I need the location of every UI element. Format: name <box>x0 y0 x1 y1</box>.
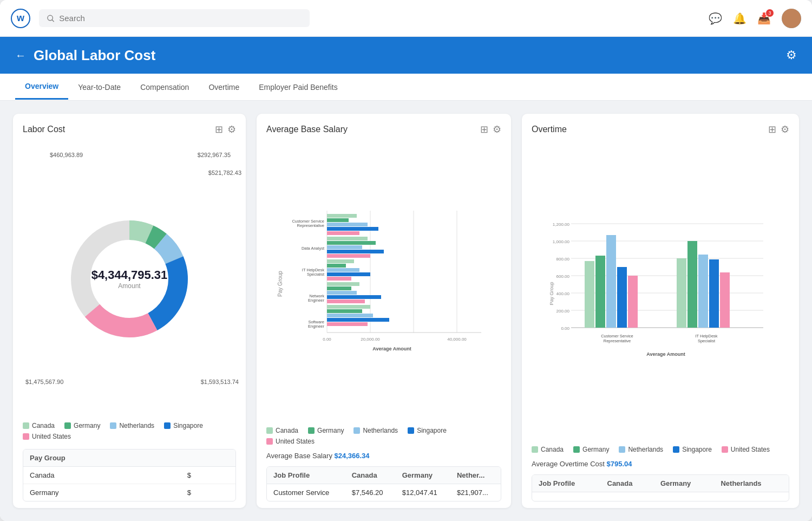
table-cell-canada[interactable]: Canada <box>23 467 181 484</box>
settings-icon-card2[interactable]: ⚙ <box>493 123 501 135</box>
chat-icon[interactable]: 💬 <box>709 12 722 25</box>
legend-us-3: United States <box>722 446 770 453</box>
donut-label: Amount <box>91 282 168 290</box>
svg-line-1 <box>52 19 54 21</box>
table-row: Canada $ <box>23 467 235 484</box>
settings-icon[interactable]: ⚙ <box>786 48 797 62</box>
svg-rect-38 <box>327 268 359 272</box>
settings-icon-card3[interactable]: ⚙ <box>781 123 789 135</box>
legend-dot-canada <box>23 422 29 429</box>
seg-canada-label: $460,963.89 <box>50 152 83 158</box>
logo-letter: w <box>17 12 24 24</box>
svg-rect-72 <box>628 276 638 328</box>
table-cell-germany-val: $ <box>181 484 235 502</box>
labor-cost-title: Labor Cost <box>23 125 215 134</box>
seg-singapore-label: $521,782.43 <box>208 170 241 176</box>
seg-us-label: $1,475,567.90 <box>25 379 63 385</box>
back-button[interactable]: ← <box>15 49 26 62</box>
table-header-paygroup: Pay Group <box>23 450 181 467</box>
avatar[interactable] <box>782 9 801 28</box>
avg-base-salary-card: Average Base Salary ⊞ ⚙ Pay Group <box>257 114 511 508</box>
dot-singapore-3 <box>673 446 679 453</box>
vbar-svg: Pay Group 1,200.00 1,000.00 800.00 600.0… <box>532 215 789 367</box>
svg-rect-35 <box>327 254 370 258</box>
ot-tbl-h2: Canada <box>601 475 654 492</box>
overtime-header: Overtime ⊞ ⚙ <box>532 123 789 135</box>
legend-dot-us <box>23 433 29 440</box>
settings-icon-card[interactable]: ⚙ <box>227 123 236 135</box>
svg-rect-32 <box>327 241 376 245</box>
vbar-container: Pay Group 1,200.00 1,000.00 800.00 600.0… <box>532 140 789 441</box>
ot-tbl-h1: Job Profile <box>532 475 601 492</box>
legend-canada: Canada <box>23 422 55 429</box>
page-header: ← Global Labor Cost ⚙ <box>0 37 812 74</box>
svg-rect-41 <box>327 282 359 286</box>
svg-rect-39 <box>327 272 370 276</box>
svg-text:20,000.00: 20,000.00 <box>361 337 380 342</box>
avg-salary-title: Average Base Salary <box>266 125 480 134</box>
tabs-bar: Overview Year-to-Date Compensation Overt… <box>0 74 812 101</box>
svg-rect-45 <box>327 299 365 303</box>
avg-salary-stat: Average Base Salary $24,366.34 <box>266 452 501 460</box>
overtime-icons: ⊞ ⚙ <box>768 123 789 135</box>
inbox-icon[interactable]: 📥 3 <box>757 12 771 25</box>
avg-tbl-nether: $21,907... <box>450 484 501 502</box>
search-box[interactable] <box>39 9 310 27</box>
svg-rect-44 <box>327 295 381 299</box>
tab-year-to-date[interactable]: Year-to-Date <box>68 75 130 99</box>
avg-salary-icons: ⊞ ⚙ <box>480 123 501 135</box>
svg-text:Specialist: Specialist <box>698 338 716 343</box>
svg-text:0.00: 0.00 <box>561 326 569 331</box>
avg-tbl-h4: Nether... <box>450 467 501 484</box>
empty-row <box>532 492 789 502</box>
dot-us-2 <box>266 438 273 445</box>
avg-salary-table: Job Profile Canada Germany Nether... Cus… <box>266 466 501 502</box>
svg-rect-43 <box>327 291 357 295</box>
avg-salary-legend: Canada Germany Netherlands Singapore Uni… <box>266 427 501 445</box>
tab-overtime[interactable]: Overtime <box>199 75 249 99</box>
svg-rect-30 <box>327 231 359 235</box>
labor-cost-legend: Canada Germany Netherlands Singapore Uni… <box>23 422 236 440</box>
legend-dot-singapore <box>164 422 171 429</box>
app-frame: w 💬 🔔 📥 3 ← Global Labor Cost ⚙ <box>0 0 812 521</box>
table-cell-canada-val: $ <box>181 467 235 484</box>
svg-text:Average Amount: Average Amount <box>646 351 685 357</box>
svg-rect-26 <box>327 214 357 218</box>
overtime-card: Overtime ⊞ ⚙ Pay Group 1,200.00 1,000.00… <box>522 114 799 508</box>
tab-compensation[interactable]: Compensation <box>130 75 199 99</box>
svg-rect-69 <box>595 256 605 328</box>
tab-employer-paid-benefits[interactable]: Employer Paid Benefits <box>249 75 348 99</box>
table-cell-germany[interactable]: Germany <box>23 484 181 502</box>
svg-rect-75 <box>698 255 708 328</box>
filter-icon[interactable]: ⊞ <box>215 123 223 135</box>
svg-rect-49 <box>327 318 389 322</box>
table-row <box>532 492 789 502</box>
avg-salary-header: Average Base Salary ⊞ ⚙ <box>266 123 501 135</box>
filter-icon-2[interactable]: ⊞ <box>480 123 488 135</box>
tab-overview[interactable]: Overview <box>15 74 68 100</box>
svg-text:Representative: Representative <box>604 338 631 343</box>
avg-tbl-h1: Job Profile <box>267 467 345 484</box>
svg-text:Engineer: Engineer <box>308 324 325 329</box>
main-content: Labor Cost ⊞ ⚙ <box>0 101 812 521</box>
svg-text:Representative: Representative <box>297 223 324 228</box>
avg-tbl-profile[interactable]: Customer Service <box>267 484 345 502</box>
svg-rect-36 <box>327 259 354 263</box>
dot-singapore-2 <box>408 427 414 434</box>
avg-tbl-germany: $12,047.41 <box>396 484 450 502</box>
svg-rect-70 <box>606 235 616 328</box>
svg-text:Engineer: Engineer <box>308 298 325 303</box>
svg-rect-50 <box>327 322 368 326</box>
svg-text:IT HelpDesk: IT HelpDesk <box>695 334 717 338</box>
overtime-title: Overtime <box>532 125 768 134</box>
filter-icon-3[interactable]: ⊞ <box>768 123 776 135</box>
svg-text:0.00: 0.00 <box>323 337 331 342</box>
search-input[interactable] <box>59 14 302 23</box>
workday-logo: w <box>11 9 30 28</box>
svg-rect-37 <box>327 264 346 268</box>
legend-us: United States <box>23 433 71 440</box>
bell-icon[interactable]: 🔔 <box>733 12 746 25</box>
svg-text:1,200.00: 1,200.00 <box>553 222 570 227</box>
svg-rect-29 <box>327 227 378 231</box>
dot-netherlands-2 <box>353 427 360 434</box>
